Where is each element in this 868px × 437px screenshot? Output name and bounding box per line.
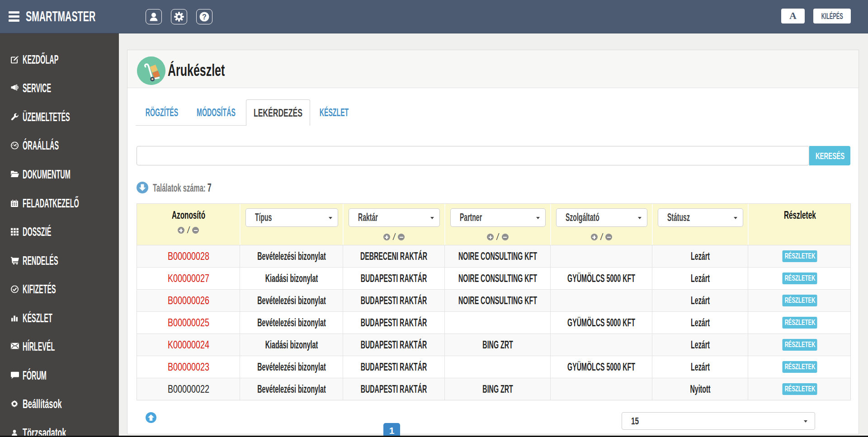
svg-text:?: ? xyxy=(202,13,207,21)
